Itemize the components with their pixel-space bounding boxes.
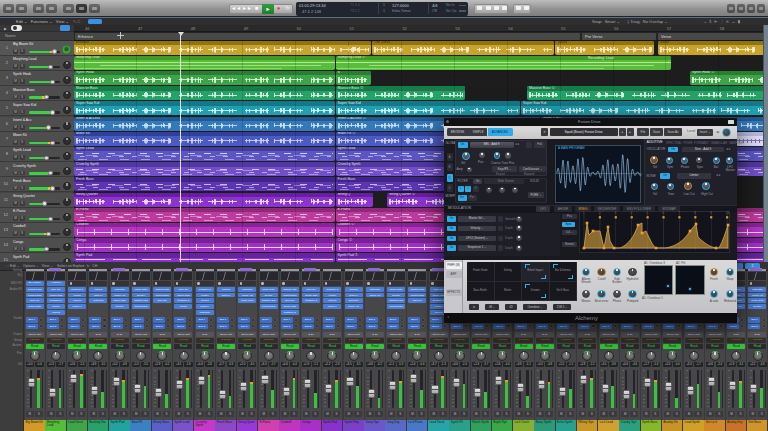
svg-text:7: 7 xyxy=(678,211,680,215)
svg-text:10: 10 xyxy=(726,211,729,215)
svg-text:8: 8 xyxy=(694,211,696,215)
svg-text:1: 1 xyxy=(583,211,585,215)
svg-text:2: 2 xyxy=(598,211,600,215)
svg-text:6: 6 xyxy=(662,211,664,215)
svg-text:4: 4 xyxy=(630,211,632,215)
svg-text:3: 3 xyxy=(614,211,616,215)
svg-text:5: 5 xyxy=(646,211,648,215)
svg-text:9: 9 xyxy=(710,211,712,215)
